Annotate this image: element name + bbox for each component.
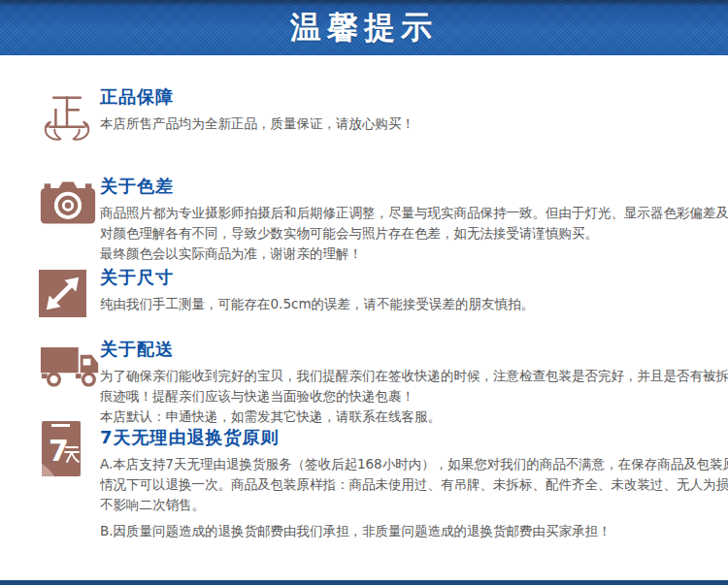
section-text-column: 7天无理由退换货原则 A.本店支持7天无理由退换货服务（签收后起168小时内），… [100, 428, 728, 541]
section-icon-column [0, 177, 100, 227]
tip-text-line: 情况下可以退换一次。商品及包装原样指：商品未使用过、有吊牌、未拆标、配件齐全、未… [100, 474, 728, 495]
section-text-column: 关于尺寸 纯由我们手工测量，可能存在0.5cm的误差，请不能接受误差的朋友慎拍。 [100, 268, 728, 314]
tip-text-line: 不影响二次销售。 [100, 495, 728, 515]
section-shipping: 关于配送 为了确保亲们能收到完好的宝贝，我们提醒亲们在签收快递的时候，注意检查包… [0, 340, 728, 427]
section-text-column: 关于配送 为了确保亲们能收到完好的宝贝，我们提醒亲们在签收快递的时候，注意检查包… [100, 340, 728, 427]
tip-text-line: 本店所售产品均为全新正品，质量保证，请放心购买！ [100, 114, 728, 134]
authentic-hands-icon [39, 89, 95, 146]
tip-text-line: 最终颜色会以实际商品为准，谢谢亲的理解！ [100, 244, 728, 264]
section-returns: 7 7天无理由退换货原则 A.本店支持7天无理由退换货服务（签收后起168小时内… [0, 428, 728, 541]
section-icon-column [0, 268, 100, 317]
tips-page: 温馨提示 [0, 0, 728, 586]
size-arrow-icon [39, 270, 86, 317]
tip-text-line: 商品照片都为专业摄影师拍摄后和后期修正调整，尽量与现实商品保持一致。但由于灯光、… [100, 203, 728, 223]
section-size: 关于尺寸 纯由我们手工测量，可能存在0.5cm的误差，请不能接受误差的朋友慎拍。 [0, 268, 728, 317]
delivery-truck-icon [39, 342, 103, 389]
tip-text-line: 纯由我们手工测量，可能存在0.5cm的误差，请不能接受误差的朋友慎拍。 [100, 294, 728, 314]
tip-text-line: 对颜色理解各有不同，导致少数实物可能会与照片存在色差，如无法接受请谨慎购买。 [100, 223, 728, 244]
section-title-shipping: 关于配送 [100, 340, 728, 359]
returns-postage-note: B.因质量问题造成的退换货邮费由我们承担，非质量问题造成的退换货邮费由买家承担！ [100, 521, 728, 541]
tip-text-line: 为了确保亲们能收到完好的宝贝，我们提醒亲们在签收快递的时候，注意检查包装是否完好… [100, 366, 728, 386]
section-title-returns: 7天无理由退换货原则 [100, 428, 728, 447]
section-title-size: 关于尺寸 [100, 268, 728, 287]
tip-text-line: 本店默认：申通快递，如需发其它快递，请联系在线客服。 [100, 407, 728, 427]
tips-content: 正品保障 本店所售产品均为全新正品，质量保证，请放心购买！ 关于色差 商品照片都… [0, 87, 728, 541]
bottom-bar [0, 580, 728, 585]
section-color-difference: 关于色差 商品照片都为专业摄影师拍摄后和后期修正调整，尽量与现实商品保持一致。但… [0, 177, 728, 264]
section-icon-column: 7 [0, 428, 100, 480]
section-text-column: 正品保障 本店所售产品均为全新正品，质量保证，请放心购买！ [100, 87, 728, 134]
tip-text-line: 痕迹哦！提醒亲们应该与快递当面验收您的快递包裹！ [100, 386, 728, 407]
section-icon-column [0, 87, 100, 146]
section-text-column: 关于色差 商品照片都为专业摄影师拍摄后和后期修正调整，尽量与现实商品保持一致。但… [100, 177, 728, 264]
section-title-color: 关于色差 [100, 177, 728, 196]
section-icon-column [0, 340, 100, 389]
section-title-authentic: 正品保障 [100, 87, 728, 107]
header-banner: 温馨提示 [0, 0, 728, 55]
calendar-7-digit: 7 [49, 434, 69, 468]
tip-text-line: A.本店支持7天无理由退换货服务（签收后起168小时内），如果您对我们的商品不满… [100, 454, 728, 474]
page-title: 温馨提示 [290, 7, 438, 49]
calendar-7day-icon: 7 [39, 418, 83, 480]
camera-icon [39, 179, 97, 227]
section-authentic: 正品保障 本店所售产品均为全新正品，质量保证，请放心购买！ [0, 87, 728, 146]
